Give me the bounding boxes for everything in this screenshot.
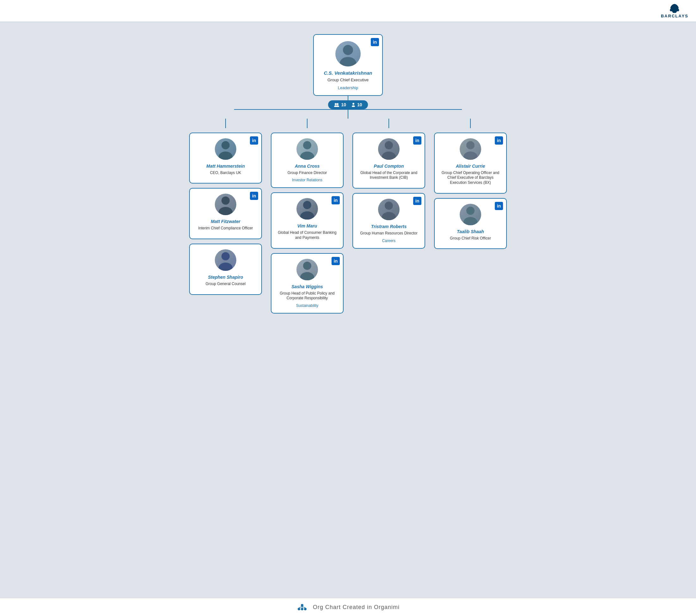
svg-point-19 — [303, 262, 311, 270]
ceo-linkedin-icon[interactable]: in — [371, 38, 379, 46]
barclays-eagle-icon — [668, 3, 681, 14]
sasha-link[interactable]: Sustainability — [296, 303, 319, 308]
paul-linkedin[interactable]: in — [413, 136, 422, 145]
svg-point-9 — [221, 141, 230, 149]
tristram-name: Tristram Roberts — [371, 224, 407, 229]
sasha-avatar — [297, 259, 318, 280]
column-1: in Matt Hammerstein CEO, Barclays UK in — [186, 119, 265, 295]
svg-point-25 — [466, 141, 475, 149]
footer: Org Chart Created in Organimi — [0, 598, 696, 616]
vim-title: Global Head of Consumer Banking and Paym… — [278, 230, 337, 240]
tristram-linkedin[interactable]: in — [413, 197, 422, 205]
svg-point-16 — [300, 152, 314, 160]
matt-f-avatar — [215, 194, 236, 215]
card-vim-maru: in Vim Maru Global Head of Consumer Bank… — [271, 192, 344, 248]
svg-point-1 — [343, 45, 353, 55]
tristram-title: Group Human Resources Director — [360, 231, 417, 236]
svg-point-20 — [300, 272, 314, 280]
org-tree: in C.S. Venkatakrishnan Group Chief Exec… — [174, 34, 522, 314]
card-tristram-roberts: in Tristram Roberts Group Human Resource… — [352, 193, 425, 249]
stephen-name: Stephen Shapiro — [208, 274, 243, 280]
taalib-name: Taalib Shaah — [457, 229, 484, 234]
col2-v-drop — [307, 119, 307, 128]
vertical-drop — [348, 109, 348, 119]
vim-linkedin[interactable]: in — [332, 196, 340, 204]
taalib-linkedin[interactable]: in — [495, 202, 503, 210]
svg-point-17 — [303, 201, 311, 209]
col1-v-drop — [225, 119, 226, 128]
svg-point-23 — [385, 202, 393, 210]
svg-line-33 — [299, 606, 302, 608]
svg-point-30 — [298, 608, 300, 610]
team-count-label: 10 — [341, 102, 346, 107]
col4-v-drop — [470, 119, 471, 128]
alistair-linkedin[interactable]: in — [495, 136, 503, 145]
col3-v-drop — [389, 119, 389, 128]
columns-row: in Matt Hammerstein CEO, Barclays UK in — [185, 119, 511, 314]
card-taalib-shaah: in Taalib Shaah Group Chief Risk Officer — [434, 198, 507, 249]
ceo-avatar — [335, 41, 361, 66]
sasha-name: Sasha Wiggins — [291, 284, 323, 289]
card-matt-hammerstein: in Matt Hammerstein CEO, Barclays UK — [189, 132, 262, 184]
svg-point-28 — [463, 217, 477, 225]
barclays-logo: BARCLAYS — [661, 3, 689, 18]
organimi-icon — [297, 603, 308, 612]
card-alistair-currie: in Alistair Currie Group Chief Operating… — [434, 132, 507, 194]
ceo-link[interactable]: Leadership — [338, 85, 358, 90]
paul-avatar — [378, 138, 399, 160]
svg-point-8 — [352, 105, 355, 107]
person-count-item: 10 — [351, 102, 362, 107]
ceo-name: C.S. Venkatakrishnan — [324, 70, 373, 76]
team-badge: 10 10 — [328, 100, 368, 109]
anna-name: Anna Cross — [295, 163, 320, 169]
matt-f-name: Matt Fitzwater — [211, 219, 240, 224]
sasha-title: Group Head of Public Policy and Corporat… — [278, 291, 337, 301]
svg-point-0 — [673, 6, 676, 11]
alistair-title: Group Chief Operating Officer and Chief … — [441, 171, 500, 185]
tristram-avatar — [378, 199, 399, 220]
svg-point-15 — [303, 141, 311, 149]
svg-point-24 — [382, 212, 396, 220]
card-paul-compton: in Paul Compton Global Head of the Corpo… — [352, 132, 425, 189]
alistair-avatar — [460, 138, 481, 160]
card-sasha-wiggins: in Sasha Wiggins Group Head of Public Po… — [271, 253, 344, 314]
card-matt-fitzwater: in Matt Fitzwater Interim Chief Complian… — [189, 188, 262, 239]
sasha-linkedin[interactable]: in — [332, 257, 340, 265]
team-icon — [334, 102, 339, 107]
svg-point-18 — [300, 211, 314, 220]
column-2: Anna Cross Group Finance Director Invest… — [268, 119, 347, 314]
taalib-avatar — [460, 204, 481, 225]
matt-f-title: Interim Chief Compliance Officer — [198, 226, 253, 231]
svg-point-3 — [335, 103, 337, 105]
matt-f-linkedin[interactable]: in — [250, 192, 258, 200]
svg-point-12 — [219, 207, 233, 215]
anna-title: Group Finance Director — [288, 171, 327, 176]
alistair-name: Alistair Currie — [456, 163, 485, 169]
ceo-title: Group Chief Executive — [328, 78, 368, 83]
matt-h-linkedin[interactable]: in — [250, 136, 258, 145]
matt-h-avatar — [215, 138, 236, 160]
svg-point-13 — [221, 252, 230, 260]
svg-point-4 — [337, 103, 338, 105]
svg-point-14 — [219, 263, 233, 271]
tristram-link[interactable]: Careers — [382, 239, 396, 243]
person-icon — [351, 102, 355, 107]
svg-point-31 — [301, 608, 303, 610]
organimi-logo — [297, 603, 308, 612]
vim-avatar — [297, 198, 318, 220]
paul-name: Paul Compton — [374, 163, 404, 169]
svg-point-26 — [463, 152, 477, 160]
svg-point-32 — [304, 608, 306, 610]
column-3: in Paul Compton Global Head of the Corpo… — [349, 119, 428, 249]
card-stephen-shapiro: Stephen Shapiro Group General Counsel — [189, 243, 262, 295]
stephen-avatar — [215, 249, 236, 271]
column-4: in Alistair Currie Group Chief Operating… — [431, 119, 510, 249]
anna-link[interactable]: Investor Relations — [292, 178, 322, 182]
svg-point-10 — [219, 152, 233, 160]
svg-point-27 — [466, 207, 475, 215]
barclays-name: BARCLAYS — [661, 14, 689, 18]
top-horizontal-line — [234, 109, 462, 110]
ceo-card: in C.S. Venkatakrishnan Group Chief Exec… — [313, 34, 383, 96]
paul-title: Global Head of the Corporate and Investm… — [359, 171, 418, 180]
matt-h-title: CEO, Barclays UK — [210, 171, 241, 176]
